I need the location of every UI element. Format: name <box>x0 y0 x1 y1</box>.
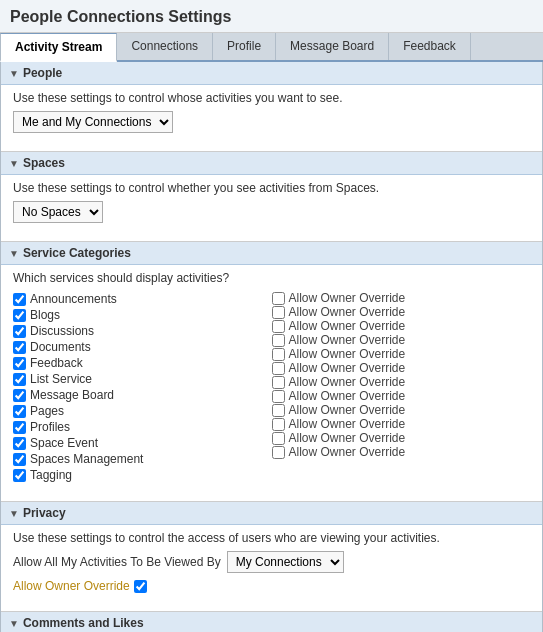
people-section-header[interactable]: ▼ People <box>1 62 542 85</box>
tab-activity-stream[interactable]: Activity Stream <box>0 33 117 62</box>
services-col-right: Allow Owner OverrideAllow Owner Override… <box>272 291 531 483</box>
allow-label: Allow Owner Override <box>289 375 406 389</box>
tab-message-board[interactable]: Message Board <box>276 33 389 60</box>
service-checkbox-documents[interactable] <box>13 341 26 354</box>
tab-profile[interactable]: Profile <box>213 33 276 60</box>
allow-checkbox-pages[interactable] <box>272 390 285 403</box>
allow-checkbox-profiles[interactable] <box>272 404 285 417</box>
allow-label: Allow Owner Override <box>289 389 406 403</box>
service-item-list-service: List Service <box>13 371 272 387</box>
privacy-description: Use these settings to control the access… <box>13 531 530 545</box>
privacy-section-header[interactable]: ▼ Privacy <box>1 502 542 525</box>
service-label: Feedback <box>30 356 83 370</box>
privacy-dropdown[interactable]: My ConnectionsEveryoneOnly Me <box>227 551 344 573</box>
service-item-announcements: Announcements <box>13 291 272 307</box>
allow-checkbox-tagging[interactable] <box>272 446 285 459</box>
service-categories-header[interactable]: ▼ Service Categories <box>1 242 542 265</box>
spaces-description: Use these settings to control whether yo… <box>13 181 530 195</box>
service-checkbox-announcements[interactable] <box>13 293 26 306</box>
people-arrow-icon: ▼ <box>9 68 19 79</box>
service-checkbox-blogs[interactable] <box>13 309 26 322</box>
allow-checkbox-space-event[interactable] <box>272 418 285 431</box>
service-checkbox-pages[interactable] <box>13 405 26 418</box>
service-label: Profiles <box>30 420 70 434</box>
allow-label: Allow Owner Override <box>289 333 406 347</box>
service-item-tagging: Tagging <box>13 467 272 483</box>
allow-checkbox-discussions[interactable] <box>272 320 285 333</box>
allow-checkbox-blogs[interactable] <box>272 306 285 319</box>
allow-checkbox-list-service[interactable] <box>272 362 285 375</box>
allow-item-space-event: Allow Owner Override <box>272 417 531 431</box>
service-categories-title: Service Categories <box>23 246 131 260</box>
tabs-bar: Activity StreamConnectionsProfileMessage… <box>0 33 543 62</box>
allow-checkbox-spaces-management[interactable] <box>272 432 285 445</box>
service-item-feedback: Feedback <box>13 355 272 371</box>
allow-item-profiles: Allow Owner Override <box>272 403 531 417</box>
privacy-viewed-by-row: Allow All My Activities To Be Viewed By … <box>13 551 530 573</box>
service-item-documents: Documents <box>13 339 272 355</box>
privacy-section: ▼ Privacy Use these settings to control … <box>1 502 542 612</box>
service-item-discussions: Discussions <box>13 323 272 339</box>
service-label: Message Board <box>30 388 114 402</box>
allow-label: Allow Owner Override <box>289 403 406 417</box>
service-label: List Service <box>30 372 92 386</box>
service-checkbox-message-board[interactable] <box>13 389 26 402</box>
allow-item-blogs: Allow Owner Override <box>272 305 531 319</box>
spaces-section-header[interactable]: ▼ Spaces <box>1 152 542 175</box>
service-label: Spaces Management <box>30 452 143 466</box>
service-checkbox-tagging[interactable] <box>13 469 26 482</box>
service-checkbox-feedback[interactable] <box>13 357 26 370</box>
spaces-section-title: Spaces <box>23 156 65 170</box>
service-item-pages: Pages <box>13 403 272 419</box>
allow-item-spaces-management: Allow Owner Override <box>272 431 531 445</box>
allow-label: Allow Owner Override <box>289 347 406 361</box>
allow-item-documents: Allow Owner Override <box>272 333 531 347</box>
service-item-spaces-management: Spaces Management <box>13 451 272 467</box>
service-checkbox-profiles[interactable] <box>13 421 26 434</box>
allow-label: Allow Owner Override <box>289 305 406 319</box>
service-checkbox-list-service[interactable] <box>13 373 26 386</box>
allow-checkbox-documents[interactable] <box>272 334 285 347</box>
service-item-message-board: Message Board <box>13 387 272 403</box>
service-categories-arrow-icon: ▼ <box>9 248 19 259</box>
service-checkbox-spaces-management[interactable] <box>13 453 26 466</box>
privacy-section-title: Privacy <box>23 506 66 520</box>
people-dropdown[interactable]: Me and My ConnectionsEveryoneOnly Me <box>13 111 173 133</box>
services-two-col: AnnouncementsBlogsDiscussionsDocumentsFe… <box>13 291 530 483</box>
spaces-dropdown[interactable]: No SpacesAll SpacesMy Spaces <box>13 201 103 223</box>
service-label: Tagging <box>30 468 72 482</box>
allow-checkbox-announcements[interactable] <box>272 292 285 305</box>
people-section: ▼ People Use these settings to control w… <box>1 62 542 152</box>
allow-item-pages: Allow Owner Override <box>272 389 531 403</box>
allow-item-tagging: Allow Owner Override <box>272 445 531 459</box>
service-categories-section: ▼ Service Categories Which services shou… <box>1 242 542 502</box>
comments-likes-section: ▼ Comments and Likes Enable comments on … <box>1 612 542 632</box>
service-checkbox-discussions[interactable] <box>13 325 26 338</box>
service-label: Discussions <box>30 324 94 338</box>
allow-checkbox-feedback[interactable] <box>272 348 285 361</box>
allow-label: Allow Owner Override <box>289 319 406 333</box>
allow-item-announcements: Allow Owner Override <box>272 291 531 305</box>
service-label: Pages <box>30 404 64 418</box>
spaces-section: ▼ Spaces Use these settings to control w… <box>1 152 542 242</box>
comments-likes-title: Comments and Likes <box>23 616 144 630</box>
privacy-override-row: Allow Owner Override <box>13 579 530 593</box>
allow-label: Allow Owner Override <box>289 417 406 431</box>
comments-likes-arrow-icon: ▼ <box>9 618 19 629</box>
allow-label: Allow Owner Override <box>289 291 406 305</box>
tab-feedback[interactable]: Feedback <box>389 33 471 60</box>
comments-likes-header[interactable]: ▼ Comments and Likes <box>1 612 542 632</box>
privacy-override-link[interactable]: Allow Owner Override <box>13 579 130 593</box>
allow-checkbox-message-board[interactable] <box>272 376 285 389</box>
service-checkbox-space-event[interactable] <box>13 437 26 450</box>
service-item-space-event: Space Event <box>13 435 272 451</box>
service-item-blogs: Blogs <box>13 307 272 323</box>
privacy-override-checkbox[interactable] <box>134 580 147 593</box>
tab-connections[interactable]: Connections <box>117 33 213 60</box>
service-categories-question: Which services should display activities… <box>13 271 530 285</box>
service-label: Space Event <box>30 436 98 450</box>
allow-label: Allow Owner Override <box>289 445 406 459</box>
spaces-arrow-icon: ▼ <box>9 158 19 169</box>
service-item-profiles: Profiles <box>13 419 272 435</box>
people-section-title: People <box>23 66 62 80</box>
